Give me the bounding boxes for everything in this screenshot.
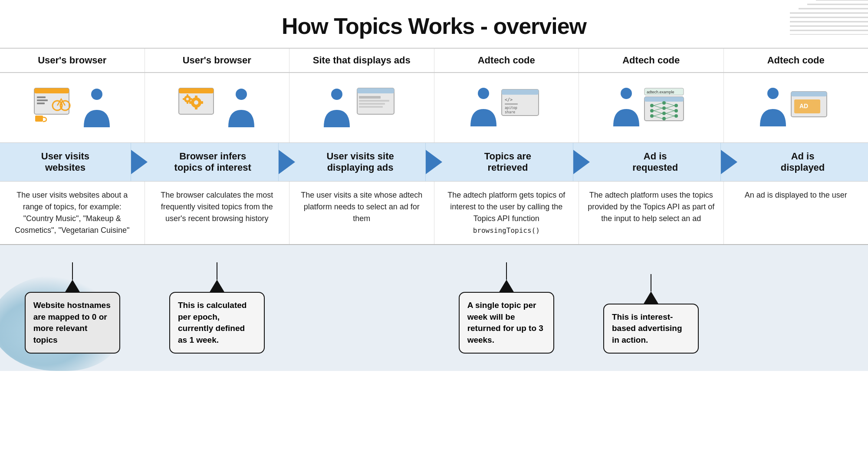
svg-point-61 xyxy=(674,114,678,118)
callout-arrow-line-3 xyxy=(506,262,507,280)
svg-rect-16 xyxy=(35,116,43,122)
page-title: How Topics Works - overview xyxy=(0,0,868,48)
icons-row: </> apitop share adtech.example xyxy=(0,73,868,143)
adtech-screen-icon-5: adtech.example xyxy=(642,87,690,129)
step-cell-4: Topics are retrieved xyxy=(442,143,573,181)
person-icon-3 xyxy=(323,88,351,129)
callout-text-3: A single topic per week will be returned… xyxy=(467,301,543,344)
callout-arrow-line-4 xyxy=(651,274,651,291)
person-icon-5 xyxy=(612,87,641,129)
svg-rect-25 xyxy=(200,101,203,104)
svg-point-58 xyxy=(662,117,666,120)
col-header-4: Adtech code xyxy=(434,49,579,72)
step-cell-1: User visits websites xyxy=(0,143,131,181)
callout-text-1: Website hostnames are mapped to 0 or mor… xyxy=(33,301,111,344)
callout-text-4: This is interest-based advertising in ac… xyxy=(612,312,682,344)
col-header-1: User's browser xyxy=(0,49,145,72)
desc-text-6: An ad is displayed to the user xyxy=(745,191,847,199)
svg-rect-36 xyxy=(359,96,381,99)
arrow-1 xyxy=(131,143,148,181)
column-headers: User's browser User's browser Site that … xyxy=(0,48,868,73)
col-header-3: Site that displays ads xyxy=(289,49,434,72)
icon-group-5: adtech.example xyxy=(612,87,690,129)
step-cell-2: Browser infers topics of interest xyxy=(148,143,279,181)
arrow-5 xyxy=(721,143,737,181)
svg-rect-28 xyxy=(187,94,188,97)
step-cell-3: User visits site displaying ads xyxy=(295,143,426,181)
desc-cell-4: The adtech platform gets topics of inter… xyxy=(434,182,579,244)
callout-bubble-3: A single topic per week will be returned… xyxy=(459,292,554,354)
icon-cell-6: AD xyxy=(724,73,868,142)
callout-col-5: This is interest-based advertising in ac… xyxy=(579,262,723,358)
desc-text-3: The user visits a site whose adtech plat… xyxy=(301,191,422,223)
col-header-2: User's browser xyxy=(145,49,290,72)
callout-arrow-up-4 xyxy=(643,291,659,304)
svg-rect-30 xyxy=(183,98,185,100)
desc-cell-3: The user visits a site whose adtech plat… xyxy=(289,182,434,244)
svg-point-21 xyxy=(194,100,198,105)
callout-arrow-up-2 xyxy=(209,280,225,293)
svg-point-56 xyxy=(662,106,666,110)
callout-bubble-4: This is interest-based advertising in ac… xyxy=(603,304,699,354)
step-label-2: Browser infers topics of interest xyxy=(174,151,251,173)
svg-rect-22 xyxy=(195,96,197,99)
icon-group-1 xyxy=(33,86,111,129)
svg-rect-35 xyxy=(357,88,394,93)
arrow-3 xyxy=(426,143,442,181)
code-screen-icon-4: </> apitop share xyxy=(500,87,543,129)
person-icon-4 xyxy=(470,87,498,129)
svg-rect-42 xyxy=(502,89,539,95)
svg-point-17 xyxy=(91,89,102,100)
icon-cell-3 xyxy=(289,73,434,142)
svg-rect-51 xyxy=(644,97,684,102)
callout-arrow-line-2 xyxy=(217,262,217,280)
browser-gear-icon xyxy=(178,86,226,129)
svg-point-32 xyxy=(236,89,247,100)
icon-group-6: AD xyxy=(759,87,832,129)
blue-arrow-4 xyxy=(573,150,590,174)
steps-row: User visits websites Browser infers topi… xyxy=(0,143,868,181)
callout-col-6 xyxy=(723,262,868,358)
callout-col-1: Website hostnames are mapped to 0 or mor… xyxy=(0,262,145,358)
desc-text-1: The user visits websites about a range o… xyxy=(15,191,129,235)
callout-col-4: A single topic per week will be returned… xyxy=(434,262,579,358)
col-header-6: Adtech code xyxy=(724,49,868,72)
icon-cell-4: </> apitop share xyxy=(434,73,579,142)
code-browsingTopics: browsingTopics() xyxy=(473,226,540,235)
decoration-lines xyxy=(790,0,868,35)
svg-text:adtech.example: adtech.example xyxy=(647,90,674,94)
callout-bubble-1: Website hostnames are mapped to 0 or mor… xyxy=(25,292,120,354)
svg-point-52 xyxy=(650,104,654,107)
svg-rect-39 xyxy=(359,106,383,108)
svg-rect-13 xyxy=(37,103,45,104)
icon-group-2 xyxy=(178,86,256,129)
svg-text:</>: </> xyxy=(505,97,513,102)
blue-arrow-2 xyxy=(279,150,295,174)
desc-cell-5: The adtech platform uses the topics prov… xyxy=(579,182,724,244)
svg-text:share: share xyxy=(505,110,515,114)
desc-text-5: The adtech platform uses the topics prov… xyxy=(588,191,714,223)
description-row: The user visits websites about a range o… xyxy=(0,181,868,244)
svg-point-33 xyxy=(331,89,342,100)
icon-group-3 xyxy=(323,86,401,129)
step-label-6: Ad is displayed xyxy=(781,151,825,173)
svg-rect-11 xyxy=(37,96,46,98)
browser-screen-icon-1 xyxy=(33,86,81,129)
desc-cell-6: An ad is displayed to the user xyxy=(724,182,868,244)
ad-screen-icon-6: AD xyxy=(789,87,832,129)
desc-cell-1: The user visits websites about a range o… xyxy=(0,182,145,244)
step-cell-6: Ad is displayed xyxy=(737,143,868,181)
svg-point-27 xyxy=(186,98,189,100)
svg-rect-23 xyxy=(195,106,197,109)
icon-cell-1 xyxy=(0,73,145,142)
callout-container: Website hostnames are mapped to 0 or mor… xyxy=(0,262,868,358)
svg-point-53 xyxy=(650,109,654,112)
person-icon-6 xyxy=(759,87,787,129)
desc-cell-2: The browser calculates the most frequent… xyxy=(145,182,290,244)
step-label-3: User visits site displaying ads xyxy=(326,151,394,173)
svg-point-59 xyxy=(674,104,678,107)
step-label-5: Ad is requested xyxy=(632,151,678,173)
svg-point-60 xyxy=(674,109,678,112)
svg-rect-29 xyxy=(187,101,188,104)
svg-rect-38 xyxy=(359,103,385,105)
